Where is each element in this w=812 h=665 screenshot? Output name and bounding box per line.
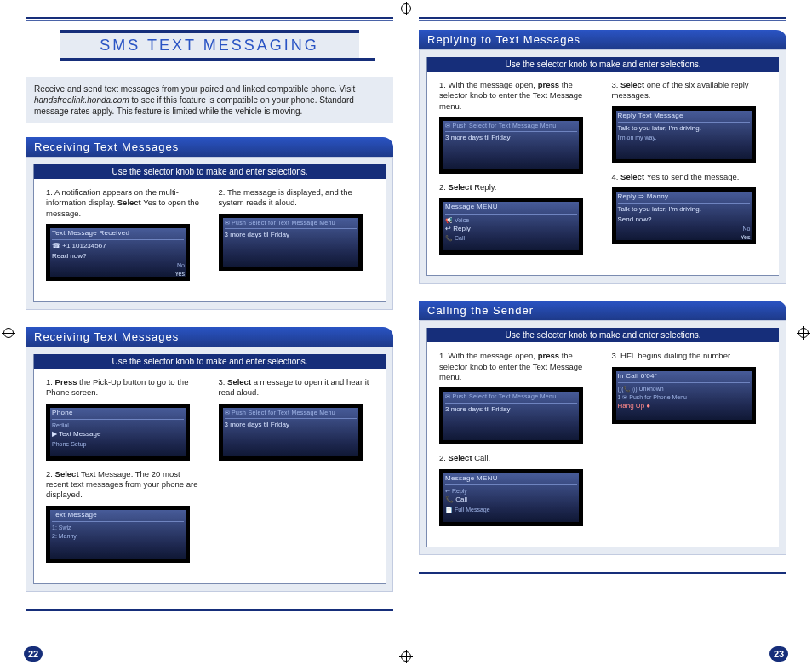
screen-line: 3 more days til Friday: [225, 231, 357, 239]
step-text: 1. With the message open,: [439, 351, 538, 360]
step-bold: Select: [55, 469, 79, 479]
screen-title: Phone: [52, 409, 184, 420]
screen-title: ✉ Push Select for Text Message Menu: [225, 409, 357, 419]
step: 1. Press the Pick-Up button to go to the…: [46, 377, 202, 398]
step-bold: press: [538, 351, 559, 360]
page-number-right: 23: [769, 646, 788, 662]
crop-mark-top: [399, 2, 413, 15]
screen-line: Phone Setup: [52, 440, 184, 448]
device-screen: ✉ Push Select for Text Message Menu 3 mo…: [439, 387, 583, 444]
step-text: Yes to send the message.: [644, 172, 739, 181]
device-screen: Phone Redial ▶ Text Message Phone Setup: [46, 404, 190, 461]
device-screen: ✉ Push Select for Text Message Menu 3 mo…: [219, 214, 363, 271]
step: 1. With the message open, press the sele…: [439, 351, 595, 382]
screen-line: ↩ Reply: [445, 225, 577, 233]
step-bold: Select: [449, 182, 472, 192]
device-screen: Message MENU ↩ Reply 📞 Call 📄 Full Messa…: [439, 469, 583, 526]
screen-title: Text Message: [52, 511, 184, 522]
step-text: 1. With the message open,: [439, 80, 538, 89]
intro-text-1: Receive and send text messages from your…: [34, 84, 355, 94]
screen-line: Read now?: [52, 252, 184, 261]
instruction-bar: Use the selector knob to make and enter …: [427, 57, 779, 72]
step-bold: press: [538, 80, 559, 89]
step: 3. Select one of the six available reply…: [612, 80, 768, 101]
screen-title: ✉ Push Select for Text Message Menu: [225, 219, 357, 229]
screen-line: 1 ✉ Push for Phone Menu: [618, 393, 750, 401]
screen-line: Talk to you later, I'm driving.: [618, 124, 750, 133]
screen-title: ✉ Push Select for Text Message Menu: [445, 393, 577, 403]
step-bold: Select: [227, 377, 251, 387]
screen-title: ✉ Push Select for Text Message Menu: [445, 122, 577, 132]
screen-title: Message MENU: [445, 474, 577, 485]
instruction-bar: Use the selector knob to make and enter …: [34, 164, 386, 179]
step-text: Call.: [472, 453, 491, 462]
instruction-bar: Use the selector knob to make and enter …: [427, 328, 779, 342]
step-text: 2.: [439, 453, 449, 462]
bottom-rule: [26, 609, 393, 611]
page-left: SMS TEXT MESSAGING Receive and send text…: [26, 17, 393, 611]
intro-box: Receive and send text messages from your…: [26, 77, 393, 123]
section-heading: Calling the Sender: [419, 301, 786, 320]
device-screen: Text Message 1: Swiz 2: Manny: [46, 506, 190, 563]
step-text: 1.: [46, 377, 55, 387]
intro-url: handsfreelink.honda.com: [34, 95, 129, 105]
screen-line: Talk to you later, I'm driving.: [618, 205, 750, 214]
device-screen: ✉ Push Select for Text Message Menu 3 mo…: [219, 404, 363, 461]
step: 1. With the message open, press the sele…: [439, 80, 595, 112]
screen-line: 📢 Voice: [445, 216, 577, 224]
step-text: 4.: [612, 172, 621, 181]
page-number-left: 22: [24, 646, 43, 662]
screen-title: Text Message Received: [52, 229, 184, 240]
step: 2. Select Call.: [439, 453, 595, 463]
step-text: 2. The message is displayed, and the sys…: [219, 187, 352, 207]
main-title: SMS TEXT MESSAGING: [60, 33, 359, 58]
screen-no: No: [743, 225, 751, 232]
section-calling: Calling the Sender Use the selector knob…: [419, 301, 786, 554]
top-rule: [26, 17, 393, 21]
screen-title: In Call 0'04": [618, 372, 750, 383]
screen-yes: Yes: [741, 233, 750, 241]
step-text: Reply.: [472, 182, 497, 192]
section-receiving-1: Receiving Text Messages Use the selector…: [26, 137, 393, 310]
screen-line: ☎ +1:101234567: [52, 242, 184, 250]
crop-mark-bottom: [399, 650, 413, 663]
screen-line: 📞 Call: [445, 234, 577, 242]
step: 2. Select Text Message. The 20 most rece…: [46, 469, 202, 501]
bottom-rule: [419, 572, 786, 574]
device-screen: Message MENU 📢 Voice ↩ Reply 📞 Call: [439, 198, 583, 255]
device-screen: In Call 0'04" (((📞))) Unknown 1 ✉ Push f…: [612, 367, 756, 424]
step-text: 3.: [612, 80, 621, 89]
step-bold: Select: [449, 453, 472, 462]
screen-no: No: [177, 261, 185, 269]
step-bold: Select: [117, 198, 141, 207]
step: 2. Select Reply.: [439, 182, 595, 192]
section-receiving-2: Receiving Text Messages Use the selector…: [26, 327, 393, 592]
screen-yes: Yes: [175, 270, 185, 278]
device-screen: Text Message Received ☎ +1:101234567 Rea…: [46, 224, 190, 281]
screen-line: Send now?: [618, 215, 750, 224]
screen-line: Hang Up ●: [618, 402, 750, 410]
step: 1. A notification appears on the multi-i…: [46, 187, 202, 219]
screen-line: 3 more days til Friday: [445, 405, 577, 414]
step-bold: Select: [620, 80, 644, 89]
step: 3. Select a message to open it and hear …: [219, 377, 375, 398]
screen-line: ↩ Reply: [445, 487, 577, 495]
step-text: 3. HFL begins dialing the number.: [612, 351, 733, 360]
step: 4. Select Yes to send the message.: [612, 172, 768, 182]
screen-line: 3 more days til Friday: [225, 421, 357, 429]
crop-mark-left: [2, 326, 15, 340]
step: 2. The message is displayed, and the sys…: [219, 187, 375, 209]
screen-line: 1: Swiz: [52, 524, 184, 531]
screen-title: Message MENU: [445, 203, 577, 214]
instruction-bar: Use the selector knob to make and enter …: [34, 354, 386, 369]
screen-title: Reply Text Message: [618, 112, 750, 123]
page-right: Replying to Text Messages Use the select…: [419, 17, 786, 611]
main-title-bar: SMS TEXT MESSAGING: [60, 30, 359, 61]
section-heading: Replying to Text Messages: [419, 30, 786, 49]
screen-line: (((📞))) Unknown: [618, 385, 750, 393]
step-bold: Press: [55, 377, 77, 387]
screen-line: 📞 Call: [445, 496, 577, 504]
crop-mark-right: [797, 326, 810, 340]
step-bold: Select: [620, 172, 644, 181]
screen-line: 📄 Full Message: [445, 506, 577, 513]
